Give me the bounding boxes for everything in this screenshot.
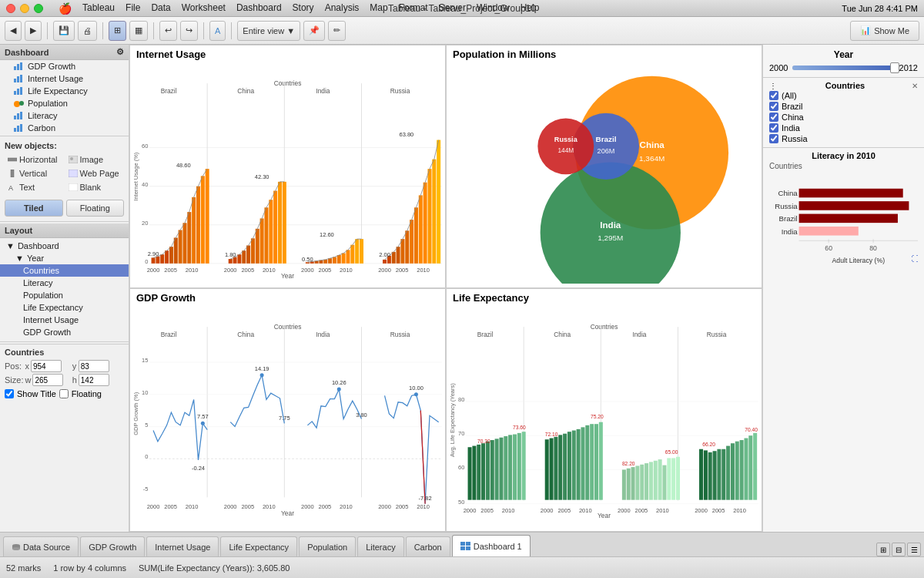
minimize-button[interactable] [20, 4, 29, 13]
tab-literacy[interactable]: Literacy [357, 536, 404, 556]
tab-controls: ⊞ ⊟ ☰ [873, 543, 924, 556]
filter-all-checkbox[interactable] [769, 91, 778, 100]
pos-y-input[interactable] [79, 360, 109, 372]
new-blank[interactable]: Blank [65, 181, 125, 193]
layout-countries[interactable]: Countries [0, 264, 129, 277]
china-label-gdp: China [237, 331, 254, 338]
prev-tab-btn[interactable]: ⊞ [876, 543, 890, 556]
svg-rect-111 [563, 434, 567, 500]
filter-india-checkbox[interactable] [769, 123, 778, 133]
new-objects-grid: Horizontal Image Vertical Web Page A Tex… [5, 153, 124, 193]
year-slider-track[interactable] [792, 66, 894, 70]
floating-checkbox[interactable] [59, 389, 69, 398]
back-btn[interactable]: ◀ [5, 21, 22, 41]
svg-text:2000: 2000 [464, 507, 477, 514]
size-w-input[interactable] [32, 374, 63, 386]
filter-resize-handle[interactable]: ⋮ [769, 82, 778, 90]
show-me-button[interactable]: 📊 Show Me [850, 21, 919, 41]
size-h-input[interactable] [79, 374, 109, 386]
edit-btn[interactable]: ✏ [328, 21, 346, 41]
menu-analysis[interactable]: Analysis [325, 2, 360, 15]
forward-btn[interactable]: ▶ [25, 21, 42, 41]
highlight-btn[interactable]: A [209, 21, 226, 41]
pin-btn[interactable]: 📌 [303, 21, 325, 41]
pos-x-input[interactable] [31, 360, 62, 372]
sidebar-item-population[interactable]: Population [0, 97, 129, 109]
svg-rect-15 [17, 126, 19, 132]
filter-close-icon[interactable]: ✕ [912, 82, 918, 90]
layout-literacy[interactable]: Literacy [0, 277, 129, 289]
x-axis-year-le: Year [598, 512, 611, 519]
close-button[interactable] [6, 4, 15, 13]
expand-icon[interactable]: ⛶ [912, 254, 918, 263]
print-btn[interactable]: 🖨 [78, 21, 97, 41]
settings-icon[interactable]: ⚙ [116, 47, 124, 57]
tab-population[interactable]: Population [299, 536, 356, 556]
menu-story[interactable]: Story [293, 2, 314, 15]
new-text[interactable]: A Text [5, 181, 64, 193]
filter-all[interactable]: (All) [769, 90, 918, 101]
undo-btn[interactable]: ↩ [159, 21, 177, 41]
new-image[interactable]: Image [65, 153, 125, 166]
filter-china[interactable]: China [769, 112, 918, 123]
layout-internet-usage[interactable]: Internet Usage [0, 314, 129, 326]
filter-brazil[interactable]: Brazil [769, 101, 918, 112]
list-view-btn[interactable]: ☰ [907, 543, 921, 556]
new-vertical[interactable]: Vertical [5, 167, 64, 180]
layout-dashboard[interactable]: ▼ Dashboard [0, 240, 129, 252]
india-max-gdp: 10.26 [332, 379, 346, 386]
menu-tableau[interactable]: Tableau [82, 2, 115, 15]
layout-gdp-growth[interactable]: GDP Growth [0, 326, 129, 338]
chevron-down-icon: ▼ [286, 26, 295, 35]
redo-btn[interactable]: ↪ [180, 21, 198, 41]
svg-text:2010: 2010 [263, 503, 276, 510]
tab-life-expectancy[interactable]: Life Expectancy [220, 536, 297, 556]
russia-label-gdp: Russia [390, 331, 410, 338]
sidebar-item-gdp-growth[interactable]: GDP Growth [0, 60, 129, 72]
filter-brazil-checkbox[interactable] [769, 102, 778, 111]
india-max-le: 65.00 [665, 449, 678, 455]
china-bar-4 [246, 245, 250, 263]
show-title-checkbox[interactable] [5, 389, 14, 398]
tab-gdp-growth[interactable]: GDP Growth [80, 536, 145, 556]
literacy-label: Literacy [28, 111, 58, 120]
layout-population[interactable]: Population [0, 289, 129, 301]
tab-internet-usage[interactable]: Internet Usage [146, 536, 219, 556]
dashboard-label: Dashboard [5, 48, 49, 57]
floating-button[interactable]: Floating [66, 200, 125, 217]
sidebar-item-life-expectancy[interactable]: Life Expectancy [0, 85, 129, 97]
new-objects-title: New objects: [5, 141, 124, 150]
grid-view-btn[interactable]: ⊟ [892, 543, 906, 556]
sidebar-item-carbon[interactable]: Carbon [0, 122, 129, 134]
layout-life-expectancy[interactable]: Life Expectancy [0, 301, 129, 314]
window-controls[interactable] [6, 4, 43, 13]
layout-year[interactable]: ▼ Year [0, 252, 129, 264]
filter-russia[interactable]: Russia [769, 133, 918, 144]
menu-file[interactable]: File [126, 2, 140, 15]
new-web-page[interactable]: Web Page [65, 167, 125, 180]
slider-thumb[interactable] [890, 62, 899, 73]
tiled-button[interactable]: Tiled [5, 200, 63, 217]
menu-worksheet[interactable]: Worksheet [182, 2, 226, 15]
filter-china-checkbox[interactable] [769, 113, 778, 122]
tab-carbon[interactable]: Carbon [406, 536, 450, 556]
filter-btn[interactable]: ▦ [129, 21, 148, 41]
menu-map[interactable]: Map [370, 2, 387, 15]
maximize-button[interactable] [34, 4, 43, 13]
filter-russia-checkbox[interactable] [769, 134, 778, 143]
apple-menu[interactable]: 🍎 [59, 2, 72, 15]
tab-data-source[interactable]: Data Source [3, 536, 79, 556]
tiled-floating-toggle: Tiled Floating [0, 197, 129, 220]
tab-dashboard-1[interactable]: Dashboard 1 [452, 535, 531, 556]
sidebar-item-internet-usage[interactable]: Internet Usage [0, 72, 129, 85]
save-btn[interactable]: 💾 [53, 21, 75, 41]
svg-rect-8 [20, 87, 22, 95]
svg-rect-130 [667, 458, 671, 499]
sidebar-item-literacy[interactable]: Literacy [0, 109, 129, 122]
view-toggle-btn[interactable]: ⊞ [109, 21, 126, 41]
filter-india[interactable]: India [769, 123, 918, 133]
menu-dashboard[interactable]: Dashboard [236, 2, 282, 15]
new-horizontal[interactable]: Horizontal [5, 153, 64, 166]
menu-data[interactable]: Data [151, 2, 170, 15]
view-dropdown[interactable]: Entire view ▼ [237, 21, 300, 41]
